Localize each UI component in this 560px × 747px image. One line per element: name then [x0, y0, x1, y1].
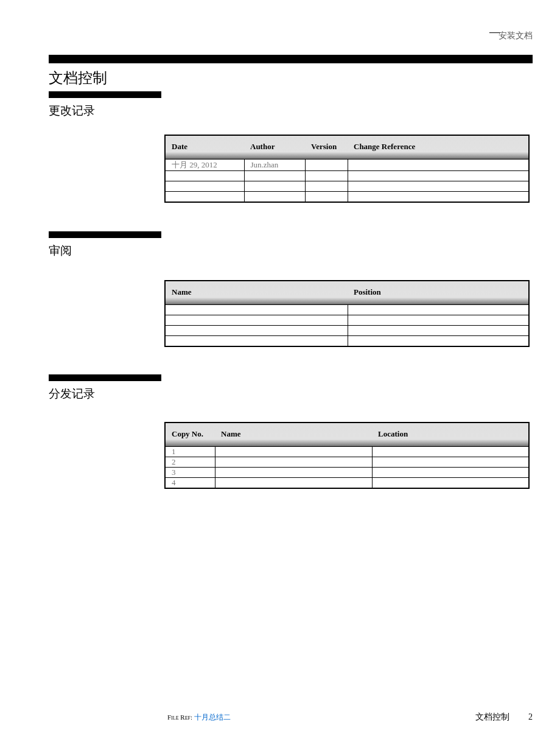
section-bar	[49, 374, 161, 381]
table-row	[165, 315, 529, 326]
review-table: Name Position	[164, 280, 530, 347]
col-position: Position	[348, 281, 529, 305]
cell-change-ref	[348, 181, 529, 192]
table-row	[165, 336, 529, 346]
main-title: 文档控制	[49, 68, 107, 88]
section-bar	[49, 231, 161, 238]
file-ref-label: File Ref:	[167, 714, 192, 721]
cell-change-ref	[348, 160, 529, 171]
cell-name	[215, 457, 372, 468]
file-ref-value: 十月总结二	[194, 713, 231, 721]
cell-version	[305, 171, 348, 181]
col-name: Name	[165, 281, 348, 305]
cell-location	[372, 457, 529, 468]
section-bar	[49, 91, 161, 98]
cell-location	[372, 447, 529, 457]
col-name: Name	[215, 423, 372, 447]
section-changes: 更改记录	[49, 91, 161, 119]
changes-table-wrapper: Date Author Version Change Reference 十月 …	[164, 135, 530, 203]
section-title-distribution: 分发记录	[49, 386, 161, 402]
table-row: 1	[165, 447, 529, 457]
cell-name	[165, 315, 348, 326]
cell-name	[165, 305, 348, 315]
table-header-row: Copy No. Name Location	[165, 423, 529, 447]
table-row: 3	[165, 468, 529, 478]
col-copy-no: Copy No.	[165, 423, 215, 447]
section-title-changes: 更改记录	[49, 103, 161, 119]
table-row	[165, 326, 529, 336]
cell-date: 十月 29, 2012	[165, 160, 244, 171]
cell-change-ref	[348, 171, 529, 181]
table-row	[165, 171, 529, 181]
table-row: 2	[165, 457, 529, 468]
cell-version	[305, 192, 348, 202]
cell-name	[165, 326, 348, 336]
cell-copy-no: 3	[165, 468, 215, 478]
cell-location	[372, 468, 529, 478]
col-author: Author	[244, 135, 305, 160]
footer-section-name: 文档控制	[475, 712, 509, 721]
cell-copy-no: 4	[165, 478, 215, 489]
cell-author: Jun.zhan	[244, 160, 305, 171]
cell-date	[165, 171, 244, 181]
cell-location	[372, 478, 529, 489]
distribution-table: Copy No. Name Location 1 2 3 4	[164, 422, 530, 489]
changes-table: Date Author Version Change Reference 十月 …	[164, 135, 530, 203]
cell-version	[305, 160, 348, 171]
col-location: Location	[372, 423, 529, 447]
cell-name	[215, 468, 372, 478]
section-review: 审阅	[49, 231, 161, 259]
cell-date	[165, 181, 244, 192]
footer-right: 文档控制 2	[475, 712, 533, 723]
table-row: 十月 29, 2012 Jun.zhan	[165, 160, 529, 171]
cell-position	[348, 315, 529, 326]
cell-change-ref	[348, 192, 529, 202]
table-row	[165, 305, 529, 315]
main-title-bar	[49, 55, 533, 63]
header-text: 安装文档	[499, 30, 533, 41]
section-title-review: 审阅	[49, 243, 161, 259]
cell-position	[348, 326, 529, 336]
table-row: 4	[165, 478, 529, 489]
file-ref: File Ref: 十月总结二	[167, 712, 231, 723]
cell-date	[165, 192, 244, 202]
cell-version	[305, 181, 348, 192]
review-table-wrapper: Name Position	[164, 280, 530, 347]
section-distribution: 分发记录	[49, 374, 161, 402]
col-date: Date	[165, 135, 244, 160]
cell-copy-no: 2	[165, 457, 215, 468]
col-version: Version	[305, 135, 348, 160]
distribution-table-wrapper: Copy No. Name Location 1 2 3 4	[164, 422, 530, 489]
table-header-row: Name Position	[165, 281, 529, 305]
page-number: 2	[528, 712, 533, 721]
cell-copy-no: 1	[165, 447, 215, 457]
table-row	[165, 192, 529, 202]
cell-name	[215, 478, 372, 489]
cell-author	[244, 192, 305, 202]
cell-author	[244, 181, 305, 192]
cell-name	[165, 336, 348, 346]
col-change-ref: Change Reference	[348, 135, 529, 160]
cell-position	[348, 305, 529, 315]
table-row	[165, 181, 529, 192]
cell-position	[348, 336, 529, 346]
cell-name	[215, 447, 372, 457]
table-header-row: Date Author Version Change Reference	[165, 135, 529, 160]
cell-author	[244, 171, 305, 181]
